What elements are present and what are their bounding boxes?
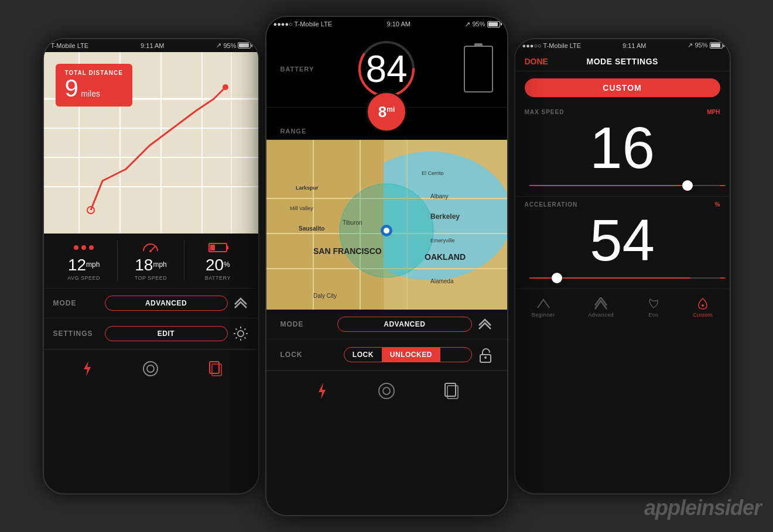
max-speed-value: 16: [525, 115, 720, 180]
tab-eco[interactable]: Eco: [647, 297, 660, 318]
left-phone: T-Mobile LTE 9:11 AM ↗ 95%: [43, 38, 259, 495]
accel-value: 54: [525, 208, 720, 272]
center-lock-option[interactable]: LOCK: [344, 348, 382, 362]
left-mode-button[interactable]: ADVANCED: [105, 296, 228, 311]
center-battery-value: 84: [365, 47, 407, 91]
gear-icon: [228, 325, 249, 342]
center-lightning-icon[interactable]: [312, 380, 333, 401]
watermark: appleinsider: [644, 496, 761, 520]
left-mode-row: MODE ADVANCED: [44, 289, 258, 318]
center-bottom-nav: [266, 370, 507, 411]
svg-text:Alameda: Alameda: [430, 278, 454, 284]
custom-icon: [696, 297, 709, 310]
accel-thumb[interactable]: [552, 273, 562, 283]
copy-icon[interactable]: [204, 358, 225, 379]
tab-eco-label: Eco: [648, 312, 658, 318]
center-onewheel-icon[interactable]: [376, 380, 397, 401]
dots-icon: [53, 241, 115, 255]
svg-text:Daly City: Daly City: [313, 293, 337, 299]
max-speed-unit: MPH: [707, 109, 720, 115]
svg-marker-48: [319, 383, 326, 399]
svg-point-17: [147, 365, 154, 372]
center-map: Larkspur Mill Valley Sausalito Tiburon S…: [266, 140, 507, 310]
tab-advanced[interactable]: Advanced: [588, 297, 614, 318]
center-lock-label: LOCK: [281, 351, 344, 359]
right-carrier: ●●●○○ T-Mobile LTE: [522, 42, 582, 49]
onewheel-icon[interactable]: [140, 358, 161, 379]
center-lock-row: LOCK LOCK UNLOCKED: [266, 339, 507, 370]
beginner-icon: [536, 297, 550, 310]
left-distance-card: TOTAL DISTANCE 9 miles: [56, 64, 132, 107]
svg-point-49: [379, 383, 394, 399]
left-top-speed-label: TOP SPEED: [120, 275, 182, 281]
svg-text:Berkeley: Berkeley: [430, 212, 460, 221]
center-battery-label: BATTERY: [281, 66, 349, 73]
left-battery: 20% BATTERY: [187, 241, 248, 281]
done-button[interactable]: DONE: [525, 57, 548, 66]
svg-point-11: [223, 84, 228, 90]
center-mode-row: MODE ADVANCED: [266, 310, 507, 339]
custom-button[interactable]: CUSTOM: [525, 78, 720, 97]
battery-red-icon: [187, 241, 248, 255]
mode-settings-title: MODE SETTINGS: [548, 57, 697, 66]
left-mode-icon: [228, 296, 249, 310]
svg-text:OAKLAND: OAKLAND: [425, 252, 466, 262]
left-time: 9:11 AM: [141, 42, 164, 49]
svg-text:Larkspur: Larkspur: [296, 185, 319, 191]
tab-custom[interactable]: Custom: [693, 297, 713, 318]
svg-text:SAN FRANCISCO: SAN FRANCISCO: [313, 246, 382, 256]
left-battery-label: BATTERY: [187, 275, 248, 281]
max-speed-label: MAX SPEED: [525, 109, 565, 115]
center-battery-info: ↗ 95%: [465, 20, 500, 28]
left-map: TOTAL DISTANCE 9 miles: [44, 52, 258, 234]
left-status-bar: T-Mobile LTE 9:11 AM ↗ 95%: [44, 39, 258, 52]
right-accel-section: ACCELERATION % 54: [515, 196, 730, 289]
left-distance-value: 9 miles: [65, 76, 123, 101]
tab-custom-label: Custom: [693, 312, 713, 318]
left-avg-speed-label: AVG SPEED: [53, 275, 115, 281]
accel-slider[interactable]: [525, 272, 720, 284]
svg-text:El Cerrito: El Cerrito: [422, 170, 444, 176]
left-settings-row: SETTINGS EDIT: [44, 318, 258, 349]
svg-point-53: [702, 304, 704, 307]
svg-point-13: [149, 250, 152, 252]
center-phone: ●●●●○ T-Mobile LTE 9:10 AM ↗ 95% BATTERY…: [265, 16, 508, 516]
right-status-bar: ●●●○○ T-Mobile LTE 9:11 AM ↗ 95%: [515, 39, 730, 52]
screenshot-container: T-Mobile LTE 9:11 AM ↗ 95%: [0, 0, 773, 532]
svg-point-50: [383, 387, 390, 394]
center-mode-button[interactable]: ADVANCED: [337, 317, 471, 332]
svg-text:Tiburon: Tiburon: [343, 219, 362, 226]
stat-divider-1: [117, 241, 118, 281]
center-carrier: ●●●●○ T-Mobile LTE: [273, 20, 333, 28]
right-battery-info: ↗ 95%: [688, 42, 722, 49]
center-unlocked-option[interactable]: UNLOCKED: [382, 348, 440, 362]
left-settings-button[interactable]: EDIT: [105, 326, 228, 341]
center-range-label: RANGE: [281, 128, 307, 135]
center-copy-icon[interactable]: [440, 380, 461, 401]
left-settings-label: SETTINGS: [53, 330, 105, 338]
svg-marker-15: [84, 361, 91, 376]
left-carrier: T-Mobile LTE: [51, 42, 89, 49]
center-mode-icon: [472, 317, 493, 331]
max-speed-thumb[interactable]: [682, 180, 693, 191]
svg-point-47: [484, 356, 487, 359]
left-top-speed: 18mph TOP SPEED: [120, 241, 182, 281]
accel-label: ACCELERATION: [525, 201, 578, 208]
center-range-badge: 8mi: [366, 91, 407, 132]
max-speed-slider[interactable]: [525, 180, 720, 191]
tab-beginner-label: Beginner: [532, 312, 555, 318]
svg-text:Mill Valley: Mill Valley: [290, 205, 313, 211]
center-time: 9:10 AM: [387, 20, 411, 28]
center-mode-label: MODE: [281, 320, 338, 328]
lightning-icon[interactable]: [77, 358, 98, 379]
tab-beginner[interactable]: Beginner: [532, 297, 555, 318]
svg-text:Sausalito: Sausalito: [299, 225, 324, 232]
center-range-section: RANGE 8mi: [266, 108, 507, 140]
right-battery-icon: [710, 42, 723, 49]
right-max-speed-section: MAX SPEED MPH 16: [515, 104, 730, 196]
right-phone: ●●●○○ T-Mobile LTE 9:11 AM ↗ 95% DONE MO…: [514, 38, 731, 495]
center-lock-toggle[interactable]: LOCK UNLOCKED: [344, 347, 472, 362]
left-avg-speed: 12mph AVG SPEED: [53, 241, 115, 281]
eco-icon: [647, 297, 660, 310]
svg-point-16: [143, 362, 158, 376]
